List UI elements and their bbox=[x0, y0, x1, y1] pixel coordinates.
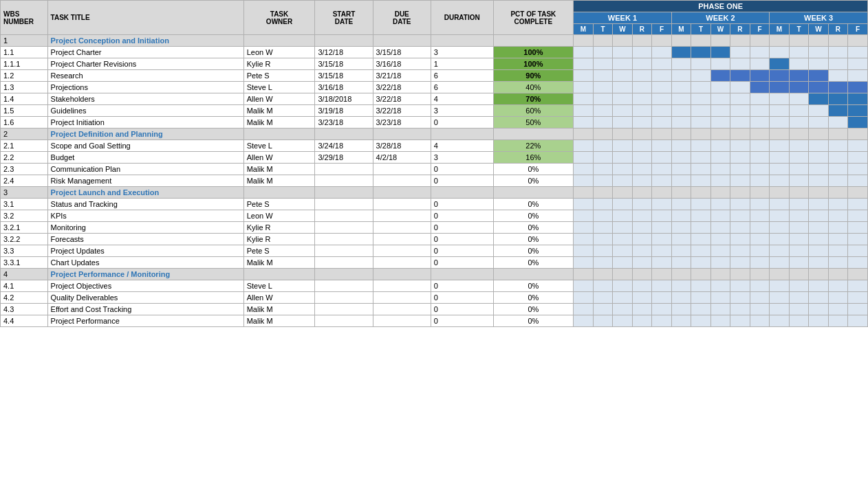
wbs-cell: 4.3 bbox=[1, 304, 48, 315]
gantt-cell bbox=[750, 280, 770, 292]
gantt-cell bbox=[613, 93, 633, 105]
gantt-cell bbox=[848, 105, 868, 117]
gantt-cell bbox=[632, 234, 652, 245]
due-date-cell bbox=[373, 304, 431, 315]
owner-cell bbox=[243, 187, 315, 199]
gantt-cell bbox=[632, 257, 652, 269]
start-date-cell bbox=[315, 234, 373, 245]
duration-cell: 4 bbox=[431, 93, 493, 105]
gantt-cell bbox=[710, 280, 730, 292]
gantt-cell bbox=[671, 93, 691, 105]
gantt-cell bbox=[809, 93, 829, 105]
gantt-cell bbox=[848, 82, 868, 93]
start-date-cell: 3/15/18 bbox=[315, 70, 373, 82]
gantt-cell bbox=[574, 164, 594, 175]
gantt-cell bbox=[809, 292, 829, 304]
wbs-cell: 1.6 bbox=[1, 117, 48, 128]
gantt-cell bbox=[613, 140, 633, 152]
owner-cell: Kylie R bbox=[243, 58, 315, 70]
duration-cell: 0 bbox=[431, 257, 493, 269]
gantt-cell bbox=[809, 210, 829, 222]
gantt-cell bbox=[730, 269, 750, 280]
task-row: 3.3Project UpdatesPete S00% bbox=[1, 245, 868, 257]
gantt-cell bbox=[574, 105, 594, 117]
gantt-cell bbox=[848, 199, 868, 210]
task-title-cell: Forecasts bbox=[47, 234, 243, 245]
gantt-cell bbox=[730, 304, 750, 315]
gantt-cell bbox=[632, 304, 652, 315]
task-row: 1.2ResearchPete S3/15/183/21/18690% bbox=[1, 70, 868, 82]
gantt-cell bbox=[574, 70, 594, 82]
gantt-cell bbox=[789, 164, 809, 175]
gantt-cell bbox=[750, 315, 770, 327]
due-date-cell bbox=[373, 292, 431, 304]
gantt-cell bbox=[770, 82, 790, 93]
gantt-cell bbox=[691, 245, 711, 257]
task-title-cell: Status and Tracking bbox=[47, 199, 243, 210]
gantt-cell bbox=[632, 222, 652, 234]
gantt-cell bbox=[671, 210, 691, 222]
gantt-cell bbox=[652, 269, 672, 280]
owner-cell: Malik M bbox=[243, 304, 315, 315]
gantt-cell bbox=[671, 117, 691, 128]
gantt-cell bbox=[750, 269, 770, 280]
pct-complete-cell: 0% bbox=[493, 280, 574, 292]
gantt-cell bbox=[770, 269, 790, 280]
wbs-cell: 3.3.1 bbox=[1, 257, 48, 269]
duration-cell: 0 bbox=[431, 117, 493, 128]
gantt-cell bbox=[848, 35, 868, 47]
gantt-cell bbox=[770, 304, 790, 315]
gantt-cell bbox=[770, 70, 790, 82]
duration-cell: 0 bbox=[431, 245, 493, 257]
day-header-2: W bbox=[613, 24, 633, 35]
start-date-cell: 3/19/18 bbox=[315, 105, 373, 117]
wbs-cell: 2.3 bbox=[1, 164, 48, 175]
section-row: 4Project Performance / Monitoring bbox=[1, 269, 868, 280]
gantt-cell bbox=[730, 280, 750, 292]
duration-cell: 0 bbox=[431, 280, 493, 292]
gantt-cell bbox=[671, 82, 691, 93]
gantt-cell bbox=[828, 164, 848, 175]
task-title-cell: Project Initiation bbox=[47, 117, 243, 128]
gantt-cell bbox=[750, 257, 770, 269]
start-date-cell bbox=[315, 245, 373, 257]
gantt-cell bbox=[730, 245, 750, 257]
gantt-cell bbox=[652, 245, 672, 257]
gantt-cell bbox=[671, 35, 691, 47]
gantt-cell bbox=[671, 269, 691, 280]
gantt-cell bbox=[809, 222, 829, 234]
gantt-cell bbox=[710, 105, 730, 117]
gantt-cell bbox=[632, 93, 652, 105]
gantt-cell bbox=[809, 117, 829, 128]
start-date-cell: 3/18/2018 bbox=[315, 93, 373, 105]
gantt-cell bbox=[770, 245, 790, 257]
duration-cell: 0 bbox=[431, 292, 493, 304]
gantt-cell bbox=[730, 315, 750, 327]
gantt-cell bbox=[652, 292, 672, 304]
due-date-cell bbox=[373, 222, 431, 234]
gantt-cell bbox=[789, 35, 809, 47]
gantt-cell bbox=[593, 82, 613, 93]
start-date-cell bbox=[315, 315, 373, 327]
gantt-cell bbox=[671, 175, 691, 187]
gantt-cell bbox=[593, 234, 613, 245]
gantt-cell bbox=[710, 269, 730, 280]
gantt-cell bbox=[730, 93, 750, 105]
owner-cell: Steve L bbox=[243, 140, 315, 152]
task-title-cell: Project Conception and Initiation bbox=[47, 35, 243, 47]
gantt-cell bbox=[809, 280, 829, 292]
owner-cell: Malik M bbox=[243, 164, 315, 175]
start-date-cell: 3/12/18 bbox=[315, 47, 373, 58]
gantt-cell bbox=[613, 304, 633, 315]
duration-cell: 0 bbox=[431, 304, 493, 315]
gantt-cell bbox=[809, 152, 829, 164]
owner-cell: Kylie R bbox=[243, 222, 315, 234]
gantt-cell bbox=[789, 187, 809, 199]
due-date-cell bbox=[373, 187, 431, 199]
pct-complete-header: PCT OF TASKCOMPLETE bbox=[493, 1, 574, 35]
gantt-cell bbox=[789, 82, 809, 93]
gantt-cell bbox=[574, 93, 594, 105]
duration-cell: 0 bbox=[431, 315, 493, 327]
duration-cell bbox=[431, 128, 493, 140]
gantt-cell bbox=[750, 58, 770, 70]
